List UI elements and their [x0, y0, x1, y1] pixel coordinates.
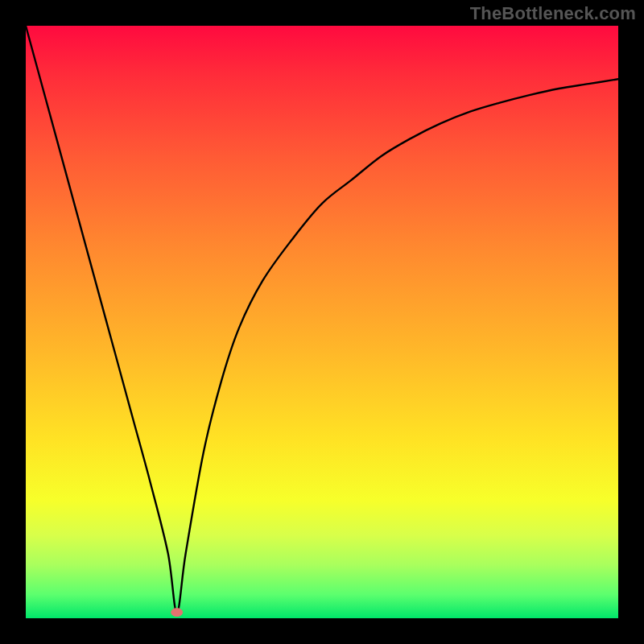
chart-frame: TheBottleneck.com	[0, 0, 644, 644]
watermark-text: TheBottleneck.com	[470, 3, 636, 24]
bottleneck-curve	[26, 26, 618, 613]
curve-svg	[26, 26, 618, 618]
plot-area	[26, 26, 618, 618]
minimum-marker	[171, 609, 183, 617]
